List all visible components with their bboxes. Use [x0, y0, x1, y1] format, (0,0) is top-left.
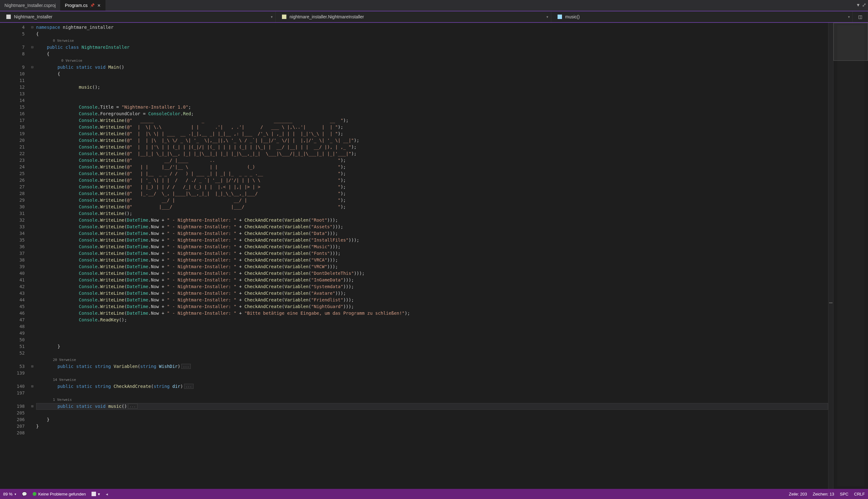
editor-body: 4578910111213141516171819202122232425262… [0, 23, 868, 489]
nav-back-icon[interactable]: ◂ [106, 492, 108, 497]
codelens[interactable]: 14 Verweise [36, 376, 828, 383]
codelens[interactable]: 0 Verweise [36, 37, 828, 44]
fullscreen-icon[interactable]: ⤢ [862, 2, 866, 8]
tab-strip: Nightmare_Installer.csproj Program.cs 📌 … [0, 0, 868, 11]
code-cleanup[interactable]: ▾ [92, 492, 100, 497]
tab-program-cs[interactable]: Program.cs 📌 ✕ [61, 0, 106, 11]
split-icon: ◫ [858, 14, 862, 19]
tab-csproj[interactable]: Nightmare_Installer.csproj [0, 0, 61, 11]
chevron-down-icon: ▾ [271, 15, 273, 19]
chevron-down-icon: ▾ [546, 15, 548, 19]
method-icon [557, 14, 562, 19]
status-ins[interactable]: SPC [840, 492, 848, 497]
feedback-icon[interactable]: 💬 [22, 492, 27, 497]
namespace-icon [6, 14, 11, 19]
fold-column[interactable]: ⊟⊟⊟⊞⊞⊞ [28, 23, 36, 489]
nav-class-label: nightmare_installer.NightmareInstaller [290, 14, 364, 19]
minimap[interactable] [833, 23, 868, 489]
nav-namespace[interactable]: Nightmare_Installer ▾ [0, 11, 276, 22]
codelens[interactable]: 0 Verweise [36, 57, 828, 64]
tab-label: Program.cs [65, 3, 88, 8]
code-editor[interactable]: namespace nightmare_installer{ 0 Verweis… [36, 23, 828, 489]
codelens[interactable]: 1 Verweis [36, 397, 828, 403]
ok-icon [33, 492, 36, 496]
class-icon [282, 14, 286, 19]
navigation-bar: Nightmare_Installer ▾ nightmare_installe… [0, 11, 868, 23]
zoom-level[interactable]: 89 % ▾ [3, 492, 16, 497]
nav-method[interactable]: music() ▾ [551, 11, 853, 22]
close-icon[interactable]: ✕ [97, 3, 101, 8]
split-view-button[interactable]: ◫ [853, 11, 868, 22]
chevron-down-icon: ▾ [848, 15, 850, 19]
tab-label: Nightmare_Installer.csproj [4, 3, 56, 8]
status-line[interactable]: Zeile: 203 [789, 492, 807, 497]
dropdown-icon[interactable]: ▾ [857, 2, 859, 8]
nav-class[interactable]: nightmare_installer.NightmareInstaller ▾ [276, 11, 551, 22]
error-list[interactable]: Keine Probleme gefunden [33, 492, 86, 497]
status-bar: 89 % ▾ 💬 Keine Probleme gefunden ▾ ◂ Zei… [0, 489, 868, 499]
status-eol[interactable]: CRLF [854, 492, 865, 497]
status-char[interactable]: Zeichen: 13 [812, 492, 834, 497]
minimap-viewport[interactable] [833, 23, 868, 61]
annotation-bar[interactable] [828, 23, 833, 489]
nav-method-label: music() [565, 14, 580, 19]
line-numbers: 4578910111213141516171819202122232425262… [0, 23, 28, 489]
nav-namespace-label: Nightmare_Installer [14, 14, 52, 19]
codelens[interactable]: 20 Verweise [36, 356, 828, 363]
brush-icon [92, 492, 96, 496]
pin-icon[interactable]: 📌 [90, 3, 95, 8]
